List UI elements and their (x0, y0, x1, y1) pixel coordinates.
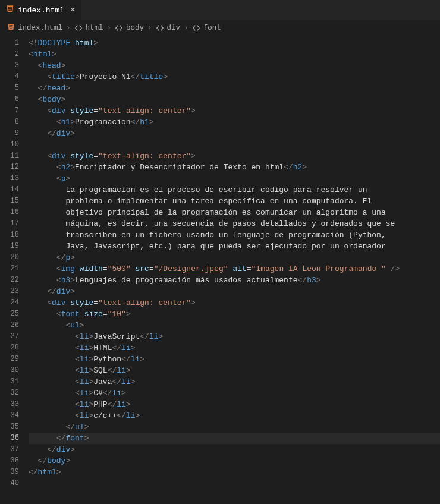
code-line[interactable]: <body> (29, 94, 440, 105)
line-number: 6 (0, 94, 19, 105)
line-number: 31 (0, 376, 19, 388)
line-number: 18 (0, 229, 19, 241)
line-number: 30 (0, 365, 19, 376)
line-number: 29 (0, 354, 19, 365)
line-number: 32 (0, 388, 19, 399)
code-line[interactable] (29, 139, 440, 150)
line-number: 33 (0, 399, 19, 410)
line-number: 13 (0, 173, 19, 184)
code-line[interactable]: <li>C#</li> (29, 388, 440, 399)
breadcrumb-file[interactable]: index.html (7, 23, 62, 33)
code-line[interactable]: <li>Python</li> (29, 354, 440, 365)
line-number: 12 (0, 162, 19, 173)
line-number: 17 (0, 218, 19, 229)
code-line[interactable]: <li>PHP</li> (29, 399, 440, 410)
line-number: 11 (0, 150, 19, 162)
code-line[interactable]: problema o implementar una tarea específ… (29, 196, 440, 207)
tag-icon (74, 24, 83, 32)
tab-index-html[interactable]: index.html × (0, 0, 81, 20)
line-number: 40 (0, 478, 19, 489)
code-line[interactable]: </ul> (29, 421, 440, 433)
line-number: 8 (0, 116, 19, 128)
line-number: 34 (0, 410, 19, 421)
breadcrumb: index.html › html › body › div › font (0, 21, 440, 36)
line-number: 25 (0, 308, 19, 320)
line-number: 9 (0, 128, 19, 139)
line-number: 2 (0, 49, 19, 60)
editor[interactable]: 1234567891011121314151617181920212223242… (0, 36, 440, 504)
code-content[interactable]: <!DOCTYPE html><html> <head> <title>Proy… (29, 36, 440, 504)
code-line[interactable]: <li>JavaScript</li> (29, 331, 440, 342)
line-number: 23 (0, 286, 19, 297)
code-line[interactable]: <div style="text-align: center"> (29, 297, 440, 308)
code-line[interactable]: <p> (29, 173, 440, 184)
line-number: 27 (0, 331, 19, 342)
code-line[interactable]: </p> (29, 252, 440, 263)
code-line[interactable]: <html> (29, 49, 440, 60)
line-number: 35 (0, 421, 19, 433)
line-number: 28 (0, 342, 19, 354)
code-line[interactable]: objetivo principal de la programación es… (29, 207, 440, 218)
tag-icon (156, 24, 164, 32)
code-line[interactable]: </div> (29, 286, 440, 297)
code-line[interactable]: <li>SQL</li> (29, 365, 440, 376)
tag-icon (115, 24, 123, 32)
line-number: 10 (0, 139, 19, 150)
code-line[interactable]: <h2>Encriptador y Desencriptador de Text… (29, 162, 440, 173)
code-line[interactable]: </div> (29, 444, 440, 455)
line-number: 1 (0, 37, 19, 49)
code-line[interactable]: <li>HTML</li> (29, 342, 440, 354)
code-line[interactable]: </div> (29, 128, 440, 139)
html-file-icon (6, 5, 14, 15)
code-line[interactable]: Java, Javascript, etc.) para que pueda s… (29, 241, 440, 252)
breadcrumb-div[interactable]: div (156, 24, 181, 32)
breadcrumb-html[interactable]: html (74, 24, 103, 32)
code-line[interactable]: <img width="500" src="/Designer.jpeg" al… (29, 263, 440, 275)
line-number: 15 (0, 196, 19, 207)
chevron-right-icon: › (147, 24, 152, 32)
code-line[interactable]: <h1>Programacion</h1> (29, 116, 440, 128)
code-line[interactable]: <div style="text-align: center"> (29, 150, 440, 162)
tab-bar: index.html × (0, 0, 440, 21)
code-line[interactable] (29, 478, 440, 489)
code-line[interactable]: <div style="text-align: center"> (29, 105, 440, 116)
code-line[interactable]: <font size="10"> (29, 308, 440, 320)
html-file-icon (7, 23, 15, 33)
breadcrumb-body[interactable]: body (115, 24, 144, 32)
close-icon[interactable]: × (70, 5, 75, 15)
line-number: 14 (0, 184, 19, 196)
tag-icon (192, 24, 200, 32)
breadcrumb-font[interactable]: font (192, 24, 221, 32)
code-line[interactable]: <title>Proyecto N1</title> (29, 71, 440, 83)
code-line[interactable]: La programación es el proceso de escribi… (29, 184, 440, 196)
code-line[interactable]: <h3>Lenguajes de programación más usados… (29, 275, 440, 286)
code-line[interactable]: <li>Java</li> (29, 376, 440, 388)
line-number: 38 (0, 455, 19, 467)
code-line[interactable]: transcriben en un fichero usando un leng… (29, 229, 440, 241)
line-number: 7 (0, 105, 19, 116)
code-line[interactable]: </font> (29, 433, 440, 444)
code-line[interactable]: </html> (29, 467, 440, 478)
code-line[interactable]: <li>c/c++</li> (29, 410, 440, 421)
code-line[interactable]: máquina, es decir, una secuencia de paso… (29, 218, 440, 229)
line-number: 3 (0, 60, 19, 71)
tab-filename: index.html (18, 6, 64, 15)
chevron-right-icon: › (107, 24, 112, 32)
line-number: 16 (0, 207, 19, 218)
code-line[interactable]: </head> (29, 83, 440, 94)
line-number: 21 (0, 263, 19, 275)
line-number: 26 (0, 320, 19, 331)
line-number: 4 (0, 71, 19, 83)
chevron-right-icon: › (66, 24, 71, 32)
code-line[interactable]: </body> (29, 455, 440, 467)
line-number: 39 (0, 467, 19, 478)
line-number-gutter: 1234567891011121314151617181920212223242… (0, 36, 29, 504)
line-number: 5 (0, 83, 19, 94)
code-line[interactable]: <head> (29, 60, 440, 71)
code-line[interactable]: <ul> (29, 320, 440, 331)
line-number: 36 (0, 433, 19, 444)
line-number: 22 (0, 275, 19, 286)
code-line[interactable]: <!DOCTYPE html> (29, 37, 440, 49)
line-number: 19 (0, 241, 19, 252)
chevron-right-icon: › (184, 24, 188, 32)
